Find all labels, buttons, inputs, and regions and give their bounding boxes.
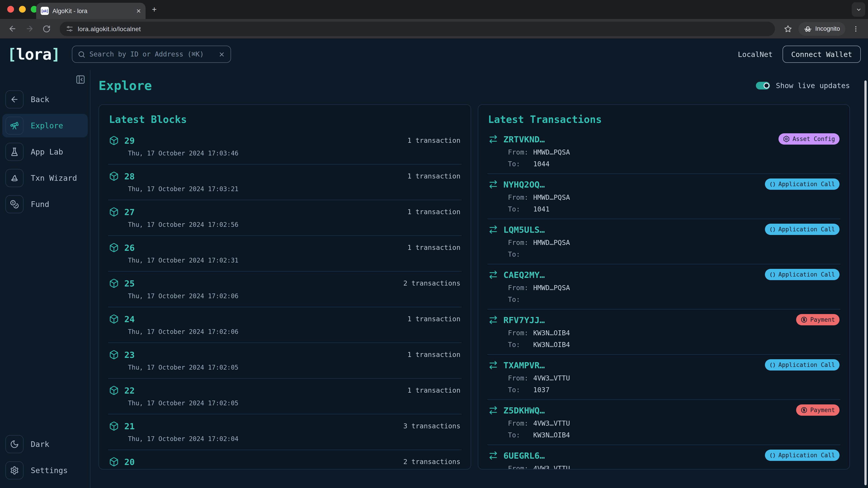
- block-number[interactable]: 28: [124, 171, 135, 181]
- address-bar[interactable]: lora.algokit.io/localnet: [60, 22, 775, 36]
- block-icon: [109, 207, 119, 217]
- page-scrollbar[interactable]: [864, 80, 867, 485]
- block-row[interactable]: 231 transactionThu, 17 October 2024 17:0…: [108, 343, 461, 379]
- tab-search-chevron-button[interactable]: [852, 2, 865, 17]
- block-row[interactable]: 221 transactionThu, 17 October 2024 17:0…: [108, 379, 461, 414]
- block-number[interactable]: 27: [124, 207, 135, 217]
- block-row[interactable]: 291 transactionThu, 17 October 2024 17:0…: [108, 129, 461, 164]
- block-number[interactable]: 26: [124, 242, 135, 253]
- block-row-header: 231 transaction: [109, 350, 460, 360]
- live-updates-label: Show live updates: [776, 81, 850, 90]
- block-timestamp: Thu, 17 October 2024 17:02:56: [128, 221, 460, 228]
- sidebar-item-theme-dark[interactable]: Dark: [2, 432, 88, 456]
- transaction-row[interactable]: CAEQ2MY…Application CallFrom:HMWD…PQSATo…: [487, 264, 840, 310]
- transaction-icon: [488, 315, 498, 325]
- theme-icon-box: [5, 435, 24, 453]
- block-row[interactable]: 241 transactionThu, 17 October 2024 17:0…: [108, 307, 461, 343]
- transaction-id[interactable]: ZRTVKND…: [503, 134, 545, 144]
- back-button[interactable]: [5, 22, 19, 35]
- transaction-id[interactable]: CAEQ2MY…: [503, 269, 545, 280]
- transaction-row[interactable]: Z5DKHWQ…PaymentFrom:4VW3…VTTUTo:KW3N…OIB…: [487, 400, 840, 445]
- collapse-sidebar-icon[interactable]: [75, 74, 86, 85]
- transaction-type-label: Application Call: [778, 271, 835, 278]
- wizard-hat-icon: [10, 173, 19, 183]
- sidebar-item-app-lab[interactable]: App Lab: [2, 140, 88, 164]
- transaction-icon: [488, 450, 498, 460]
- minimize-window-button[interactable]: [19, 6, 26, 13]
- transaction-row[interactable]: ZRTVKND…Asset ConfigFrom:HMWD…PQSATo:104…: [487, 129, 840, 174]
- block-row-header: 261 transaction: [109, 242, 460, 253]
- forward-button[interactable]: [23, 22, 36, 35]
- search-input[interactable]: [90, 50, 214, 58]
- transaction-from-value: HMWD…PQSA: [533, 284, 570, 292]
- block-number[interactable]: 29: [124, 135, 135, 145]
- transaction-id[interactable]: LQM5ULS…: [503, 224, 545, 234]
- transaction-to-label: To:: [508, 295, 533, 304]
- browser-menu-button[interactable]: [849, 22, 863, 35]
- transaction-row[interactable]: TXAMPVR…Application CallFrom:4VW3…VTTUTo…: [487, 355, 840, 400]
- sidebar-item-fund[interactable]: Fund: [2, 193, 88, 216]
- transaction-row[interactable]: 6UEGRL6…Application CallFrom:4VW3…VTTUTo…: [487, 445, 840, 469]
- transaction-row-header: RFV7YJJ…Payment: [488, 314, 839, 325]
- star-icon: [784, 25, 792, 33]
- sidebar-item-explore[interactable]: Explore: [2, 114, 88, 137]
- transaction-to-value: 1041: [533, 205, 550, 213]
- transaction-to-label: To:: [508, 205, 533, 213]
- block-number[interactable]: 24: [124, 314, 135, 324]
- bookmark-button[interactable]: [781, 22, 795, 35]
- transaction-row[interactable]: NYHQ2OQ…Application CallFrom:HMWD…PQSATo…: [487, 174, 840, 219]
- tab-close-icon[interactable]: ✕: [136, 8, 141, 14]
- live-updates-toggle[interactable]: [756, 82, 770, 89]
- latest-transactions-title: Latest Transactions: [488, 114, 840, 125]
- sidebar-item-txn-wizard[interactable]: Txn Wizard: [2, 166, 88, 190]
- sidebar-item-label: App Lab: [31, 147, 63, 156]
- transaction-id[interactable]: 6UEGRL6…: [503, 450, 545, 460]
- block-row[interactable]: 213 transactionsThu, 17 October 2024 17:…: [108, 414, 461, 450]
- transaction-id[interactable]: Z5DKHWQ…: [503, 405, 545, 415]
- transaction-to: To:1037: [508, 386, 839, 394]
- transaction-from: From:HMWD…PQSA: [508, 284, 839, 292]
- close-window-button[interactable]: [7, 6, 14, 13]
- clear-search-icon[interactable]: [218, 51, 225, 58]
- transaction-type-badge: Application Call: [765, 450, 839, 461]
- transaction-from-label: From:: [508, 284, 533, 292]
- new-tab-button[interactable]: +: [152, 5, 157, 13]
- block-number[interactable]: 25: [124, 278, 135, 288]
- reload-icon: [42, 25, 51, 33]
- logo-word: lora: [16, 45, 51, 63]
- sidebar-item-settings[interactable]: Settings: [2, 459, 88, 482]
- latest-transactions-card: Latest Transactions ZRTVKND…Asset Config…: [477, 104, 850, 469]
- transaction-id[interactable]: NYHQ2OQ…: [503, 179, 545, 189]
- site-info-icon[interactable]: [66, 25, 73, 32]
- three-dot-menu-icon: [852, 25, 860, 32]
- sidebar-item-back[interactable]: Back: [2, 88, 88, 111]
- transaction-icon: [488, 224, 498, 234]
- block-row[interactable]: 271 transactionThu, 17 October 2024 17:0…: [108, 200, 461, 236]
- block-row[interactable]: 252 transactionsThu, 17 October 2024 17:…: [108, 271, 461, 307]
- flask-icon: [10, 147, 19, 156]
- block-row[interactable]: 261 transactionThu, 17 October 2024 17:0…: [108, 236, 461, 271]
- transaction-row[interactable]: RFV7YJJ…PaymentFrom:KW3N…OIB4To:KW3N…OIB…: [487, 310, 840, 355]
- network-selector[interactable]: LocalNet: [738, 50, 773, 59]
- back-icon-box: [5, 90, 24, 108]
- block-row[interactable]: 281 transactionThu, 17 October 2024 17:0…: [108, 164, 461, 200]
- transaction-type-badge: Payment: [796, 404, 839, 416]
- block-number[interactable]: 23: [124, 350, 135, 360]
- global-search[interactable]: [72, 46, 231, 63]
- transaction-id[interactable]: TXAMPVR…: [503, 360, 545, 370]
- block-row[interactable]: 202 transactionsThu, 17 October 2024 17:…: [108, 450, 461, 469]
- app-header: [lora] LocalNet Connect Wallet: [0, 38, 868, 70]
- block-transaction-count: 1 transaction: [407, 208, 460, 216]
- block-number[interactable]: 21: [124, 421, 135, 431]
- lora-logo[interactable]: [lora]: [7, 45, 60, 63]
- application-call-icon: [770, 271, 776, 278]
- transaction-from-value: KW3N…OIB4: [533, 329, 570, 337]
- reload-button[interactable]: [40, 22, 53, 35]
- block-number[interactable]: 22: [124, 385, 135, 395]
- browser-tab[interactable]: [ak] AlgoKit - lora ✕: [36, 3, 146, 19]
- transaction-row[interactable]: LQM5ULS…Application CallFrom:HMWD…PQSATo…: [487, 219, 840, 264]
- connect-wallet-button[interactable]: Connect Wallet: [782, 46, 861, 63]
- search-icon: [78, 51, 86, 58]
- block-number[interactable]: 20: [124, 457, 135, 467]
- transaction-id[interactable]: RFV7YJJ…: [503, 315, 545, 325]
